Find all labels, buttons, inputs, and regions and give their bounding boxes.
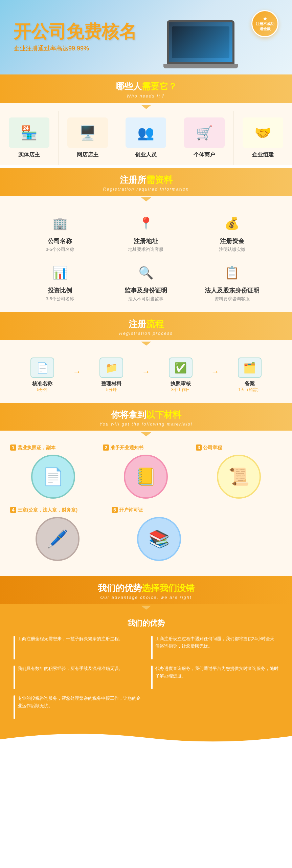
advantage-item-1: 工商注册全程无需您来，一揽子解决繁杂的注册过程。 — [14, 635, 141, 659]
reg-desc-5: 法人不可以当监事 — [128, 296, 163, 302]
material-numbox-5: 5 — [112, 507, 118, 513]
who-needs-header: 哪些人需要它？ Who needs it？ — [0, 74, 292, 103]
process-step-3: ✅ 执照审核 3个工作日 — [152, 357, 209, 393]
material-icon-4: 🖊️ — [36, 517, 80, 561]
process-step-title-2: 整理材料 — [101, 381, 121, 387]
reg-title-2: 注册地址 — [134, 237, 158, 245]
reg-icon-capital: 💰 — [222, 213, 242, 234]
laptop-base — [163, 64, 238, 68]
reg-item-5: 🔍 监事及身份证明 法人不可以当监事 — [106, 263, 185, 302]
material-label-2: 准予开业通知书 — [110, 445, 143, 450]
reg-icon-legal: 📋 — [222, 263, 242, 283]
reg-desc-1: 3-5个公司名称 — [46, 246, 74, 253]
who-label-3: 创业人员 — [135, 151, 157, 158]
process-step-title-4: 备案 — [245, 381, 255, 387]
process-subtitle: Registration process — [7, 331, 285, 336]
materials-highlight: 以下材料 — [146, 410, 181, 420]
hero-title: 开公司免费核名 — [14, 22, 278, 41]
materials-row-1: 1营业执照证，副本 📄 2准予开业通知书 📒 3公司章程 📜 — [10, 445, 282, 500]
material-item-1: 1营业执照证，副本 📄 — [10, 445, 96, 500]
advantage-inner-title: 我们的优势 — [14, 618, 278, 628]
who-icon-online-shop: 🖥️ — [67, 117, 108, 148]
wave-svg — [0, 729, 292, 746]
process-title: 注册流程 — [7, 318, 285, 330]
material-numbox-4: 4 — [10, 507, 16, 513]
advantage-item-5: 专业的投税咨询服务，帮您处理繁杂的税务申报工作，让您的企业运作后顾无忧。 — [14, 695, 141, 719]
process-step-title-3: 执照审核 — [171, 381, 191, 387]
reg-item-6: 📋 法人及股东身份证明 资料要求咨询客服 — [193, 263, 272, 302]
reg-icon-ratio: 📊 — [50, 263, 70, 283]
advantage-text-3: 我们具有数年的积累经验，所有手续及流程准确无误。 — [18, 665, 123, 672]
process-step-time-4: 1天（如需） — [239, 387, 261, 393]
advantage-section: 我们的优势选择我们没错 Our advantage choice, we are… — [0, 576, 292, 746]
process-icon-license-review: ✅ — [169, 357, 193, 378]
badge-line1: 注册不成功 — [256, 21, 274, 26]
materials-subtitle: You will get the following materials! — [7, 421, 285, 427]
reg-item-2: 📍 注册地址 地址要求咨询客服 — [106, 213, 185, 253]
process-arrow-3: → — [211, 367, 219, 383]
advantage-title: 我们的优势选择我们没错 — [7, 582, 285, 594]
material-item-3: 3公司章程 📜 — [196, 445, 282, 500]
advantage-bar-5 — [14, 695, 15, 719]
material-icon-5: 📚 — [137, 517, 181, 561]
material-item-5: 5开户许可证 📚 — [112, 507, 206, 563]
reg-desc-2: 地址要求咨询客服 — [128, 246, 163, 253]
hero-text-block: 开公司免费核名 企业注册通过率高达99.99% — [14, 22, 278, 52]
advantage-bar-2 — [151, 636, 153, 659]
material-numbox-1: 1 — [10, 444, 16, 451]
process-step-title-1: 核准名称 — [32, 381, 52, 387]
material-label-3: 公司章程 — [203, 445, 222, 450]
process-icon-verify-name: 📄 — [30, 357, 54, 378]
material-num-5: 5开户许可证 — [112, 507, 143, 513]
material-item-2: 2准予开业通知书 📒 — [103, 445, 189, 500]
reg-item-4: 📊 投资比例 3-5个公司名称 — [20, 263, 99, 302]
arrow-down-icon — [141, 105, 151, 109]
advantage-bar-1 — [14, 636, 15, 659]
badge-line2: 退全款 — [260, 26, 271, 31]
who-needs-grid: 🏪 实体店主 🖥️ 网店店主 👥 创业人员 🛒 个体商户 🤝 企业组建 — [0, 111, 292, 165]
process-arrow-down-icon — [141, 342, 151, 346]
advantage-item-4: 代办进度查询服务，我们通过平台为您提供实时查询服务，随时了解办理进度。 — [151, 665, 279, 689]
who-needs-prefix: 哪些人 — [115, 81, 142, 91]
material-num-4: 4三章(公章，法人章，财务章) — [10, 507, 77, 513]
hero-laptop-visual — [163, 20, 238, 74]
process-step-time-2: 5分钟 — [106, 387, 117, 393]
material-label-1: 营业执照证，副本 — [18, 445, 55, 450]
who-needs-item-5: 🤝 企业组建 — [234, 111, 292, 165]
reg-desc-3: 注明认缴实缴 — [219, 246, 245, 253]
who-needs-title: 哪些人需要它？ — [7, 81, 285, 92]
material-num-2: 2准予开业通知书 — [103, 445, 143, 451]
material-icon-1: 📄 — [31, 455, 75, 499]
process-step-4: 🗂️ 备案 1天（如需） — [221, 357, 278, 393]
process-prefix: 注册 — [129, 319, 146, 329]
reg-info-header: 注册所需资料 Registration required information — [0, 168, 292, 196]
advantage-prefix: 我们的优势 — [98, 583, 142, 593]
process-step-1: 📄 核准名称 5分钟 — [14, 357, 71, 393]
material-icon-2: 📒 — [124, 455, 168, 499]
materials-prefix: 你将拿到 — [111, 410, 146, 420]
advantage-grid: 工商注册全程无需您来，一揽子解决繁杂的注册过程。 工商注册设立过程中遇到任何问题… — [14, 635, 278, 719]
material-label-4: 三章(公章，法人章，财务章) — [18, 507, 77, 513]
who-needs-subtitle: Who needs it？ — [7, 93, 285, 99]
who-icon-enterprise: 🤝 — [243, 117, 283, 148]
reg-title-4: 投资比例 — [48, 286, 72, 295]
advantage-header: 我们的优势选择我们没错 Our advantage choice, we are… — [0, 576, 292, 604]
advantage-text-2: 工商注册设立过程中遇到任何问题，我们都将提供24小时全天候咨询指导，让您后顾无忧… — [155, 635, 279, 650]
reg-info-subtitle: Registration required information — [7, 187, 285, 192]
advantage-text-4: 代办进度查询服务，我们通过平台为您提供实时查询服务，随时了解办理进度。 — [155, 665, 279, 680]
material-num-3: 3公司章程 — [196, 445, 222, 451]
hero-badge: ★ 注册不成功 退全款 — [251, 10, 278, 37]
reg-desc-6: 资料要求咨询客服 — [215, 296, 250, 302]
advantage-item-2: 工商注册设立过程中遇到任何问题，我们都将提供24小时全天候咨询指导，让您后顾无忧… — [151, 635, 279, 659]
hero-subtitle: 企业注册通过率高达99.99% — [14, 44, 278, 52]
badge-star: ★ — [263, 16, 267, 21]
reg-icon-address: 📍 — [136, 213, 156, 234]
material-num-1: 1营业执照证，副本 — [10, 445, 55, 451]
process-arrow-1: → — [73, 367, 81, 383]
who-needs-arrow — [0, 103, 292, 111]
wave-bottom — [0, 729, 292, 746]
reg-info-arrow — [0, 196, 292, 203]
who-label-5: 企业组建 — [252, 151, 274, 158]
advantage-text-1: 工商注册全程无需您来，一揽子解决繁杂的注册过程。 — [18, 635, 123, 643]
who-needs-item-1: 🏪 实体店主 — [0, 111, 59, 165]
